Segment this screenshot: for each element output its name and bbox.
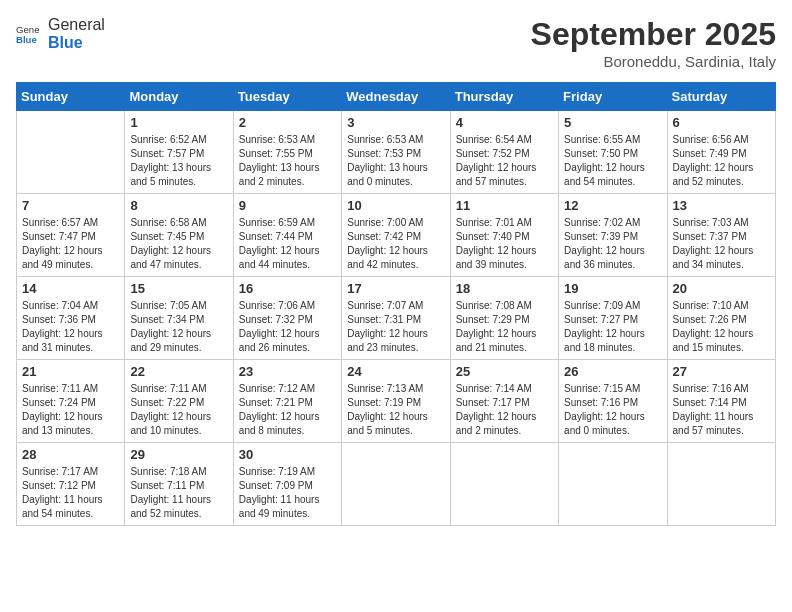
day-info: Sunrise: 7:12 AM Sunset: 7:21 PM Dayligh… — [239, 382, 336, 438]
calendar-cell: 4Sunrise: 6:54 AM Sunset: 7:52 PM Daylig… — [450, 111, 558, 194]
day-number: 22 — [130, 364, 227, 379]
calendar-cell: 24Sunrise: 7:13 AM Sunset: 7:19 PM Dayli… — [342, 360, 450, 443]
calendar-cell: 1Sunrise: 6:52 AM Sunset: 7:57 PM Daylig… — [125, 111, 233, 194]
calendar-week-5: 28Sunrise: 7:17 AM Sunset: 7:12 PM Dayli… — [17, 443, 776, 526]
day-number: 29 — [130, 447, 227, 462]
day-info: Sunrise: 7:11 AM Sunset: 7:24 PM Dayligh… — [22, 382, 119, 438]
calendar-cell: 19Sunrise: 7:09 AM Sunset: 7:27 PM Dayli… — [559, 277, 667, 360]
calendar-week-2: 7Sunrise: 6:57 AM Sunset: 7:47 PM Daylig… — [17, 194, 776, 277]
day-number: 2 — [239, 115, 336, 130]
calendar-cell: 23Sunrise: 7:12 AM Sunset: 7:21 PM Dayli… — [233, 360, 341, 443]
calendar-table: SundayMondayTuesdayWednesdayThursdayFrid… — [16, 82, 776, 526]
calendar-cell: 28Sunrise: 7:17 AM Sunset: 7:12 PM Dayli… — [17, 443, 125, 526]
logo-icon: General Blue — [16, 22, 40, 46]
calendar-cell: 12Sunrise: 7:02 AM Sunset: 7:39 PM Dayli… — [559, 194, 667, 277]
day-number: 30 — [239, 447, 336, 462]
day-info: Sunrise: 6:53 AM Sunset: 7:53 PM Dayligh… — [347, 133, 444, 189]
day-number: 4 — [456, 115, 553, 130]
col-header-friday: Friday — [559, 83, 667, 111]
calendar-cell: 13Sunrise: 7:03 AM Sunset: 7:37 PM Dayli… — [667, 194, 775, 277]
day-number: 12 — [564, 198, 661, 213]
calendar-cell: 9Sunrise: 6:59 AM Sunset: 7:44 PM Daylig… — [233, 194, 341, 277]
col-header-tuesday: Tuesday — [233, 83, 341, 111]
day-info: Sunrise: 7:10 AM Sunset: 7:26 PM Dayligh… — [673, 299, 770, 355]
calendar-cell: 18Sunrise: 7:08 AM Sunset: 7:29 PM Dayli… — [450, 277, 558, 360]
day-info: Sunrise: 7:03 AM Sunset: 7:37 PM Dayligh… — [673, 216, 770, 272]
calendar-cell — [17, 111, 125, 194]
page-header: General Blue General Blue September 2025… — [16, 16, 776, 70]
day-number: 17 — [347, 281, 444, 296]
day-info: Sunrise: 7:13 AM Sunset: 7:19 PM Dayligh… — [347, 382, 444, 438]
calendar-cell: 20Sunrise: 7:10 AM Sunset: 7:26 PM Dayli… — [667, 277, 775, 360]
day-number: 18 — [456, 281, 553, 296]
col-header-saturday: Saturday — [667, 83, 775, 111]
day-number: 14 — [22, 281, 119, 296]
day-number: 26 — [564, 364, 661, 379]
day-number: 23 — [239, 364, 336, 379]
calendar-week-4: 21Sunrise: 7:11 AM Sunset: 7:24 PM Dayli… — [17, 360, 776, 443]
col-header-sunday: Sunday — [17, 83, 125, 111]
day-info: Sunrise: 6:59 AM Sunset: 7:44 PM Dayligh… — [239, 216, 336, 272]
calendar-week-3: 14Sunrise: 7:04 AM Sunset: 7:36 PM Dayli… — [17, 277, 776, 360]
day-info: Sunrise: 7:06 AM Sunset: 7:32 PM Dayligh… — [239, 299, 336, 355]
day-info: Sunrise: 7:01 AM Sunset: 7:40 PM Dayligh… — [456, 216, 553, 272]
col-header-thursday: Thursday — [450, 83, 558, 111]
calendar-cell: 11Sunrise: 7:01 AM Sunset: 7:40 PM Dayli… — [450, 194, 558, 277]
day-number: 3 — [347, 115, 444, 130]
day-info: Sunrise: 7:04 AM Sunset: 7:36 PM Dayligh… — [22, 299, 119, 355]
calendar-cell: 15Sunrise: 7:05 AM Sunset: 7:34 PM Dayli… — [125, 277, 233, 360]
day-number: 10 — [347, 198, 444, 213]
day-info: Sunrise: 6:53 AM Sunset: 7:55 PM Dayligh… — [239, 133, 336, 189]
calendar-cell: 10Sunrise: 7:00 AM Sunset: 7:42 PM Dayli… — [342, 194, 450, 277]
calendar-cell: 17Sunrise: 7:07 AM Sunset: 7:31 PM Dayli… — [342, 277, 450, 360]
calendar-cell: 25Sunrise: 7:14 AM Sunset: 7:17 PM Dayli… — [450, 360, 558, 443]
calendar-cell — [559, 443, 667, 526]
day-info: Sunrise: 7:16 AM Sunset: 7:14 PM Dayligh… — [673, 382, 770, 438]
day-info: Sunrise: 7:14 AM Sunset: 7:17 PM Dayligh… — [456, 382, 553, 438]
day-info: Sunrise: 6:58 AM Sunset: 7:45 PM Dayligh… — [130, 216, 227, 272]
day-info: Sunrise: 7:15 AM Sunset: 7:16 PM Dayligh… — [564, 382, 661, 438]
calendar-cell — [450, 443, 558, 526]
day-number: 6 — [673, 115, 770, 130]
day-number: 8 — [130, 198, 227, 213]
day-number: 24 — [347, 364, 444, 379]
calendar-cell: 7Sunrise: 6:57 AM Sunset: 7:47 PM Daylig… — [17, 194, 125, 277]
day-info: Sunrise: 7:07 AM Sunset: 7:31 PM Dayligh… — [347, 299, 444, 355]
calendar-cell: 2Sunrise: 6:53 AM Sunset: 7:55 PM Daylig… — [233, 111, 341, 194]
title-block: September 2025 Boroneddu, Sardinia, Ital… — [531, 16, 776, 70]
day-info: Sunrise: 6:57 AM Sunset: 7:47 PM Dayligh… — [22, 216, 119, 272]
col-header-monday: Monday — [125, 83, 233, 111]
day-number: 28 — [22, 447, 119, 462]
day-number: 20 — [673, 281, 770, 296]
day-info: Sunrise: 6:52 AM Sunset: 7:57 PM Dayligh… — [130, 133, 227, 189]
day-number: 19 — [564, 281, 661, 296]
day-number: 25 — [456, 364, 553, 379]
calendar-cell: 5Sunrise: 6:55 AM Sunset: 7:50 PM Daylig… — [559, 111, 667, 194]
day-info: Sunrise: 7:09 AM Sunset: 7:27 PM Dayligh… — [564, 299, 661, 355]
day-info: Sunrise: 7:00 AM Sunset: 7:42 PM Dayligh… — [347, 216, 444, 272]
month-title: September 2025 — [531, 16, 776, 53]
calendar-cell: 8Sunrise: 6:58 AM Sunset: 7:45 PM Daylig… — [125, 194, 233, 277]
calendar-cell: 3Sunrise: 6:53 AM Sunset: 7:53 PM Daylig… — [342, 111, 450, 194]
day-number: 13 — [673, 198, 770, 213]
calendar-cell: 6Sunrise: 6:56 AM Sunset: 7:49 PM Daylig… — [667, 111, 775, 194]
location-title: Boroneddu, Sardinia, Italy — [531, 53, 776, 70]
day-info: Sunrise: 7:05 AM Sunset: 7:34 PM Dayligh… — [130, 299, 227, 355]
logo-general: General — [48, 16, 105, 34]
calendar-cell: 14Sunrise: 7:04 AM Sunset: 7:36 PM Dayli… — [17, 277, 125, 360]
day-number: 27 — [673, 364, 770, 379]
day-number: 7 — [22, 198, 119, 213]
day-info: Sunrise: 6:54 AM Sunset: 7:52 PM Dayligh… — [456, 133, 553, 189]
calendar-cell — [342, 443, 450, 526]
svg-text:Blue: Blue — [16, 33, 37, 44]
day-info: Sunrise: 6:56 AM Sunset: 7:49 PM Dayligh… — [673, 133, 770, 189]
col-header-wednesday: Wednesday — [342, 83, 450, 111]
calendar-cell: 16Sunrise: 7:06 AM Sunset: 7:32 PM Dayli… — [233, 277, 341, 360]
day-info: Sunrise: 7:08 AM Sunset: 7:29 PM Dayligh… — [456, 299, 553, 355]
day-info: Sunrise: 7:19 AM Sunset: 7:09 PM Dayligh… — [239, 465, 336, 521]
logo-blue: Blue — [48, 34, 105, 52]
day-number: 11 — [456, 198, 553, 213]
calendar-cell: 21Sunrise: 7:11 AM Sunset: 7:24 PM Dayli… — [17, 360, 125, 443]
calendar-cell: 26Sunrise: 7:15 AM Sunset: 7:16 PM Dayli… — [559, 360, 667, 443]
day-info: Sunrise: 7:17 AM Sunset: 7:12 PM Dayligh… — [22, 465, 119, 521]
